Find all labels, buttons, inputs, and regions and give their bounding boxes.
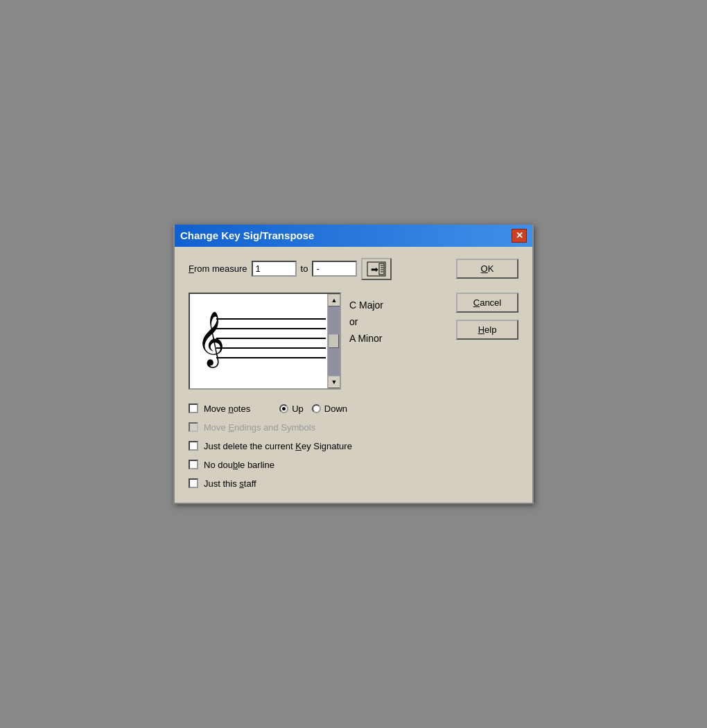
cancel-button[interactable]: Cancel: [456, 293, 518, 313]
just-staff-row: Just this staff: [189, 478, 518, 489]
key-row: 𝄞 ▲ ▼: [189, 293, 518, 390]
from-measure-label: From measure: [189, 263, 247, 274]
to-measure-input[interactable]: [312, 261, 357, 277]
radio-up-label: Up: [292, 404, 304, 414]
svg-text:➡: ➡: [371, 264, 378, 275]
just-delete-checkbox[interactable]: [189, 441, 198, 451]
goto-icon: ➡: [367, 261, 386, 277]
help-button[interactable]: Help: [456, 320, 518, 340]
staff-line-5: [216, 357, 326, 358]
key-name-line2: or: [349, 316, 412, 327]
scroll-down-button[interactable]: ▼: [328, 376, 340, 388]
just-delete-label: Just delete the current Key Signature: [204, 441, 352, 451]
staff-line-1: [216, 318, 326, 320]
checkboxes-section: Move notes Up Down Move Endings and Symb: [189, 404, 518, 489]
title-bar-text: Change Key Sig/Transpose: [180, 229, 314, 241]
radio-up-option: Up: [279, 404, 304, 414]
no-double-checkbox[interactable]: [189, 460, 198, 469]
move-notes-checkbox-row: Move notes: [189, 404, 250, 414]
move-endings-label: Move Endings and Symbols: [204, 422, 315, 433]
dialog-window: Change Key Sig/Transpose ✕ From measure …: [173, 225, 534, 504]
key-preview-box: 𝄞 ▲ ▼: [189, 293, 341, 390]
move-endings-row: Move Endings and Symbols: [189, 422, 518, 433]
staff-area: 𝄞: [195, 311, 326, 360]
key-name-line3: A Minor: [349, 333, 412, 344]
no-double-label: No double barline: [204, 460, 274, 470]
goto-measure-button[interactable]: ➡: [361, 258, 392, 280]
staff-line-3: [216, 338, 326, 339]
from-measure-input[interactable]: [252, 261, 297, 277]
radio-row: Up Down: [279, 404, 347, 414]
measure-row: From measure to ➡ OK: [189, 258, 518, 280]
to-label: to: [301, 263, 308, 274]
close-button[interactable]: ✕: [512, 229, 527, 243]
just-delete-row: Just delete the current Key Signature: [189, 441, 518, 451]
radio-down[interactable]: [312, 404, 321, 413]
scroll-up-button[interactable]: ▲: [328, 294, 340, 306]
title-bar: Change Key Sig/Transpose ✕: [175, 225, 532, 247]
move-notes-row: Move notes Up Down: [189, 404, 518, 414]
just-staff-checkbox[interactable]: [189, 478, 198, 488]
move-notes-label: Move notes: [204, 404, 250, 414]
just-staff-label: Just this staff: [204, 478, 256, 489]
no-double-row: No double barline: [189, 460, 518, 470]
key-preview-content: 𝄞: [190, 294, 340, 388]
scroll-track: [328, 306, 340, 376]
key-name-line1: C Major: [349, 300, 412, 311]
radio-up[interactable]: [279, 404, 288, 413]
radio-down-option: Down: [312, 404, 347, 414]
right-buttons: Cancel Help: [456, 293, 518, 340]
ok-button[interactable]: OK: [456, 259, 518, 279]
staff-line-2: [216, 328, 326, 329]
move-notes-checkbox[interactable]: [189, 404, 198, 413]
scroll-thumb[interactable]: [329, 334, 339, 348]
staff-line-4: [216, 347, 326, 349]
key-name-area: C Major or A Minor: [349, 293, 412, 344]
dialog-body: From measure to ➡ OK: [175, 247, 532, 503]
radio-down-label: Down: [324, 404, 347, 414]
move-endings-checkbox[interactable]: [189, 422, 198, 432]
